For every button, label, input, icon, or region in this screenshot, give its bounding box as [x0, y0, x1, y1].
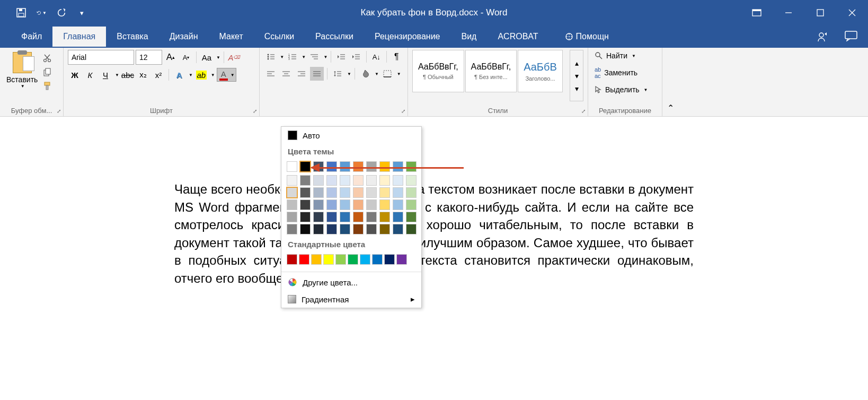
color-auto[interactable]: Авто	[281, 127, 421, 144]
color-swatch[interactable]	[287, 175, 297, 186]
color-swatch[interactable]	[353, 224, 364, 234]
color-swatch[interactable]	[313, 212, 324, 222]
color-swatch[interactable]	[287, 161, 297, 172]
italic-button[interactable]: К	[83, 68, 97, 82]
color-swatch[interactable]	[287, 212, 297, 222]
color-swatch[interactable]	[326, 212, 337, 222]
color-swatch[interactable]	[287, 199, 297, 210]
color-swatch[interactable]	[360, 254, 370, 265]
style-item[interactable]: АаБбВЗаголово...	[518, 50, 563, 92]
font-launcher[interactable]: ⤢	[253, 108, 257, 114]
style-item[interactable]: АаБбВвГг,¶ Без инте...	[465, 50, 517, 92]
tab-вид[interactable]: Вид	[450, 27, 487, 47]
color-swatch[interactable]	[353, 212, 364, 222]
color-swatch[interactable]	[372, 254, 383, 265]
maximize-button[interactable]	[804, 0, 836, 25]
gradient-fill[interactable]: Градиентная ▸	[281, 291, 421, 308]
color-swatch[interactable]	[326, 199, 337, 210]
color-swatch[interactable]	[340, 187, 350, 198]
color-swatch[interactable]	[393, 187, 403, 198]
line-spacing-button[interactable]	[331, 67, 344, 81]
font-name-input[interactable]	[68, 50, 134, 65]
help-tab[interactable]: Помощн	[554, 27, 619, 47]
page[interactable]: Чаще всего необкодимость убрать фон за т…	[153, 127, 715, 309]
clear-format-button[interactable]: A⌫	[227, 50, 241, 64]
align-left-button[interactable]	[264, 67, 278, 81]
close-button[interactable]	[836, 0, 868, 25]
collapse-ribbon-button[interactable]: ⌃	[667, 103, 674, 113]
select-button[interactable]: Выделить▼	[592, 84, 658, 95]
tab-рассылки[interactable]: Рассылки	[305, 27, 364, 47]
highlight-button[interactable]: ab	[194, 68, 208, 82]
sort-button[interactable]: A↓	[370, 50, 383, 64]
color-swatch[interactable]	[379, 224, 390, 234]
font-color-button[interactable]: A ▼	[217, 68, 236, 82]
color-swatch[interactable]	[313, 199, 324, 210]
style-item[interactable]: АаБбВвГг,¶ Обычный	[412, 50, 464, 92]
color-swatch[interactable]	[300, 199, 311, 210]
document-text[interactable]: Чаще всего необкодимость убрать фон за т…	[174, 180, 694, 288]
color-swatch[interactable]	[300, 212, 311, 222]
font-size-input[interactable]	[136, 50, 162, 65]
text-effects-button[interactable]: A	[172, 68, 186, 82]
tab-файл[interactable]: Файл	[11, 27, 52, 47]
copy-button[interactable]	[41, 66, 54, 79]
change-case-button[interactable]: Aa	[200, 50, 214, 64]
color-swatch[interactable]	[379, 175, 390, 186]
color-swatch[interactable]	[323, 254, 334, 265]
numbering-button[interactable]: 123	[286, 50, 299, 64]
color-swatch[interactable]	[366, 175, 377, 186]
superscript-button[interactable]: x²	[152, 68, 165, 82]
more-colors[interactable]: Другие цвета...	[281, 274, 421, 291]
paragraph-launcher[interactable]: ⤢	[401, 108, 405, 114]
multilevel-button[interactable]	[307, 50, 321, 64]
undo-icon[interactable]: ▼	[36, 7, 47, 18]
decrease-indent-button[interactable]	[334, 50, 348, 64]
color-swatch[interactable]	[366, 224, 377, 234]
color-swatch[interactable]	[287, 224, 297, 234]
ribbon-display-button[interactable]	[741, 0, 773, 25]
color-swatch[interactable]	[287, 187, 297, 198]
color-swatch[interactable]	[335, 254, 346, 265]
tab-вставка[interactable]: Вставка	[106, 27, 158, 47]
color-swatch[interactable]	[406, 187, 417, 198]
color-swatch[interactable]	[311, 254, 322, 265]
styles-more[interactable]: ▾	[570, 82, 583, 95]
show-marks-button[interactable]: ¶	[390, 50, 403, 64]
color-swatch[interactable]	[366, 199, 377, 210]
underline-button[interactable]: Ч	[99, 68, 112, 82]
color-swatch[interactable]	[406, 175, 417, 186]
color-swatch[interactable]	[287, 254, 297, 265]
tab-дизайн[interactable]: Дизайн	[159, 27, 209, 47]
color-swatch[interactable]	[393, 212, 403, 222]
color-swatch[interactable]	[379, 187, 390, 198]
tab-рецензирование[interactable]: Рецензирование	[364, 27, 451, 47]
color-swatch[interactable]	[313, 187, 324, 198]
color-swatch[interactable]	[340, 199, 350, 210]
qat-customize[interactable]: ▾	[76, 7, 87, 18]
color-swatch[interactable]	[393, 175, 403, 186]
share-icon[interactable]	[817, 31, 829, 42]
subscript-button[interactable]: x₂	[136, 68, 150, 82]
color-swatch[interactable]	[340, 175, 350, 186]
color-swatch[interactable]	[406, 199, 417, 210]
borders-button[interactable]	[380, 67, 394, 81]
color-swatch[interactable]	[396, 254, 407, 265]
color-swatch[interactable]	[326, 187, 337, 198]
color-swatch[interactable]	[353, 199, 364, 210]
styles-launcher[interactable]: ⤢	[581, 108, 586, 114]
redo-icon[interactable]	[56, 7, 67, 18]
strike-button[interactable]: abc	[121, 68, 135, 82]
color-swatch[interactable]	[300, 187, 311, 198]
color-swatch[interactable]	[299, 254, 309, 265]
cut-button[interactable]	[41, 52, 54, 65]
find-button[interactable]: Найти▼	[592, 50, 658, 62]
save-icon[interactable]	[16, 7, 26, 18]
bullets-button[interactable]	[264, 50, 277, 64]
comments-icon[interactable]	[845, 31, 857, 42]
increase-indent-button[interactable]	[349, 50, 362, 64]
color-swatch[interactable]	[300, 161, 311, 172]
color-swatch[interactable]	[366, 187, 377, 198]
color-swatch[interactable]	[300, 175, 311, 186]
align-center-button[interactable]	[279, 67, 293, 81]
